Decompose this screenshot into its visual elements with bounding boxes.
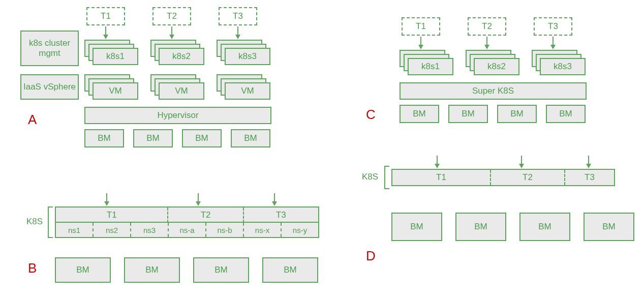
box-bm-a-2: BM [133, 129, 173, 147]
box-k8s-c-1: k8s1 [408, 58, 453, 75]
ns-cell: ns-b [206, 223, 244, 237]
box-k8s-a-1: k8s1 [93, 48, 138, 65]
box-tenant-c-1: T1 [402, 17, 440, 36]
box-bm-b-2: BM [124, 257, 180, 283]
brace-b [48, 206, 49, 238]
label-k8s-b: K8S [26, 217, 43, 227]
box-bm-b-1: BM [55, 257, 111, 283]
namespace-row-b: ns1 ns2 ns3 ns-a ns-b ns-x ns-y [55, 222, 319, 238]
box-k8s-c-3: k8s3 [540, 58, 586, 75]
t-cell-d-1: T1 [392, 170, 491, 185]
brace-d [384, 166, 385, 189]
box-bm-c-1: BM [400, 105, 439, 123]
ns-cell: ns-x [244, 223, 282, 237]
box-bm-d-2: BM [455, 213, 506, 241]
box-tenant-a-3: T3 [219, 7, 257, 25]
box-tenant-a-2: T2 [152, 7, 191, 25]
label-a: A [28, 112, 37, 128]
t-cell-b-1: T1 [56, 207, 168, 223]
ns-cell: ns1 [56, 223, 94, 237]
label-b: B [28, 260, 37, 276]
box-bm-c-4: BM [546, 105, 586, 123]
t-cell-b-2: T2 [168, 207, 243, 223]
box-tenant-c-2: T2 [468, 17, 506, 36]
ns-cell: ns-a [169, 223, 206, 237]
box-bm-b-4: BM [262, 257, 318, 283]
box-super-k8s: Super K8S [400, 82, 587, 100]
box-bm-a-3: BM [182, 129, 222, 147]
box-vm-a-2: VM [159, 82, 204, 100]
box-bm-c-2: BM [448, 105, 488, 123]
box-tenant-a-1: T1 [86, 7, 125, 25]
box-bm-a-1: BM [84, 129, 124, 147]
box-vm-a-1: VM [93, 82, 138, 100]
box-bm-d-3: BM [519, 213, 570, 241]
box-k8s-c-2: k8s2 [474, 58, 519, 75]
box-k8s-a-3: k8s3 [225, 48, 270, 65]
ns-cell: ns-y [282, 223, 318, 237]
label-c: C [366, 107, 376, 123]
tenant-row-b: T1 T2 T3 [55, 206, 319, 223]
box-bm-a-4: BM [231, 129, 270, 147]
t-cell-b-3: T3 [244, 207, 318, 223]
box-hypervisor: Hypervisor [84, 107, 271, 124]
box-bm-b-3: BM [193, 257, 249, 283]
box-k8s-cluster-mgmt: k8s cluster mgmt [20, 31, 79, 66]
box-bm-d-1: BM [391, 213, 442, 241]
box-bm-c-3: BM [497, 105, 537, 123]
t-cell-d-2: T2 [491, 170, 565, 185]
tenant-row-d: T1 T2 T3 [391, 169, 615, 186]
box-vm-a-3: VM [225, 82, 270, 100]
box-tenant-c-3: T3 [534, 17, 572, 36]
ns-cell: ns3 [131, 223, 169, 237]
box-iaas-vsphere: IaaS vSphere [20, 74, 79, 100]
box-k8s-a-2: k8s2 [159, 48, 204, 65]
label-d: D [366, 248, 376, 264]
t-cell-d-3: T3 [565, 170, 614, 185]
label-k8s-d: K8S [362, 172, 378, 182]
ns-cell: ns2 [94, 223, 131, 237]
box-bm-d-4: BM [584, 213, 634, 241]
